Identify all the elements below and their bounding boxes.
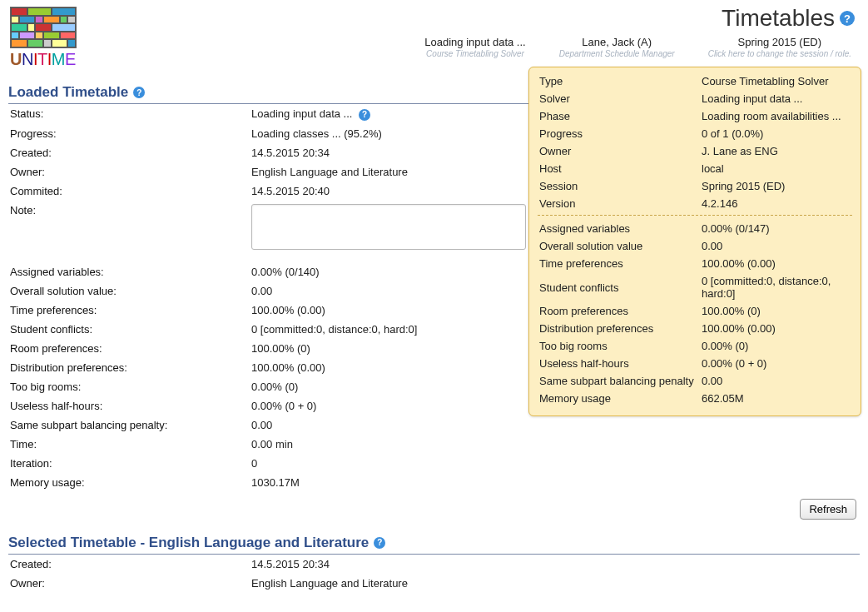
- status-label: Status:: [8, 104, 250, 124]
- owner-label: Owner:: [8, 162, 250, 182]
- logo-text: UNITIME: [10, 50, 76, 69]
- note-label: Note:: [8, 201, 250, 256]
- crumb-user-sub: Department Schedule Manager: [559, 49, 675, 59]
- sel-owner-value: English Language and Literature: [250, 574, 860, 593]
- help-icon[interactable]: ?: [374, 537, 385, 549]
- dist-pref-label: Distribution preferences:: [8, 358, 250, 377]
- subpart-balancing-value: 0.00: [250, 415, 860, 435]
- note-input[interactable]: [251, 204, 526, 250]
- logo-icon: [10, 7, 77, 48]
- subpart-balancing-label: Same subpart balancing penalty:: [8, 415, 250, 435]
- crumb-solver-sub: Course Timetabling Solver: [424, 49, 525, 59]
- help-icon[interactable]: ?: [359, 109, 370, 121]
- time-pref-label: Time preferences:: [8, 301, 250, 320]
- too-big-rooms-label: Too big rooms:: [8, 377, 250, 396]
- solver-tooltip: Type Course Timetabling Solver SolverLoa…: [528, 67, 861, 416]
- created-label: Created:: [8, 143, 250, 162]
- committed-label: Commited:: [8, 182, 250, 201]
- crumb-user-main: Lane, Jack (A): [559, 37, 675, 49]
- crumb-user[interactable]: Lane, Jack (A) Department Schedule Manag…: [559, 37, 675, 58]
- memory-value: 1030.17M: [250, 473, 860, 492]
- memory-label: Memory usage:: [8, 473, 250, 492]
- iteration-value: 0: [250, 454, 860, 473]
- crumb-solver-main: Loading input data ...: [424, 37, 525, 49]
- sel-owner-label: Owner:: [8, 574, 250, 593]
- help-icon[interactable]: ?: [840, 11, 855, 26]
- refresh-button[interactable]: Refresh: [800, 499, 856, 520]
- crumb-session-main: Spring 2015 (ED): [708, 37, 851, 49]
- time-label: Time:: [8, 435, 250, 454]
- iteration-label: Iteration:: [8, 454, 250, 473]
- crumb-session-sub: Click here to change the session / role.: [708, 49, 851, 59]
- logo[interactable]: UNITIME: [10, 7, 77, 69]
- progress-label: Progress:: [8, 124, 250, 143]
- status-value: Loading input data ...: [251, 107, 352, 120]
- crumb-solver[interactable]: Loading input data ... Course Timetablin…: [424, 37, 525, 58]
- crumb-session[interactable]: Spring 2015 (ED) Click here to change th…: [708, 37, 851, 58]
- time-value: 0.00 min: [250, 435, 860, 454]
- room-pref-label: Room preferences:: [8, 339, 250, 358]
- assigned-vars-label: Assigned variables:: [8, 262, 250, 281]
- selected-timetable-heading: Selected Timetable - English Language an…: [8, 535, 860, 555]
- sel-created-label: Created:: [8, 555, 250, 574]
- page-title: Timetables: [722, 5, 835, 32]
- help-icon[interactable]: ?: [133, 87, 145, 98]
- overall-solution-label: Overall solution value:: [8, 281, 250, 301]
- useless-half-hours-label: Useless half-hours:: [8, 396, 250, 415]
- student-conflicts-label: Student conflicts:: [8, 320, 250, 339]
- sel-created-value: 14.5.2015 20:34: [250, 555, 860, 574]
